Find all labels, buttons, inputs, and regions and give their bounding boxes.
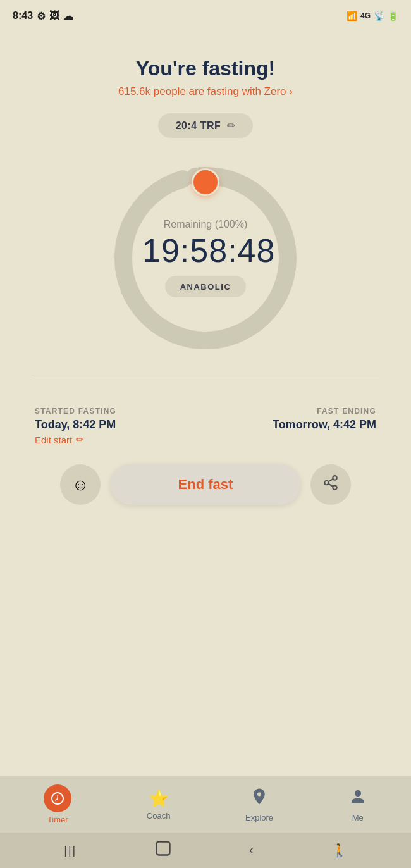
timer-dot: [192, 168, 219, 196]
ending-block: FAST ENDING Tomorrow, 4:42 PM: [273, 407, 376, 445]
status-time-area: 8:43 ⚙ 🖼 ☁: [13, 10, 73, 22]
battery-icon: 🔋: [388, 11, 398, 21]
edit-start-button[interactable]: Edit start ✏: [35, 434, 84, 445]
fasting-info: STARTED FASTING Today, 8:42 PM Edit star…: [22, 407, 389, 445]
plan-label: 20:4 TRF: [176, 120, 221, 132]
share-button[interactable]: [310, 464, 351, 505]
mood-icon: ☺: [72, 475, 89, 495]
state-badge: ANABOLIC: [165, 276, 247, 297]
community-text: 615.6k people are fasting with Zero: [118, 85, 286, 97]
ending-value: Tomorrow, 4:42 PM: [273, 418, 376, 431]
status-time: 8:43: [13, 10, 33, 22]
accessibility-button[interactable]: 🚶: [331, 843, 347, 858]
svg-rect-6: [156, 842, 169, 855]
nav-item-me[interactable]: Me: [336, 782, 380, 828]
ending-label: FAST ENDING: [317, 407, 376, 416]
image-icon: 🖼: [49, 10, 59, 22]
recents-button[interactable]: |||: [64, 844, 77, 857]
status-bar: 8:43 ⚙ 🖼 ☁ 📶 4G 📡 🔋: [0, 0, 411, 32]
cloud-icon: ☁: [63, 10, 73, 22]
home-button[interactable]: [154, 840, 172, 861]
community-subtitle[interactable]: 615.6k people are fasting with Zero ›: [118, 85, 293, 98]
nav-item-coach[interactable]: ⭐ Coach: [134, 784, 183, 826]
status-icons: 📶 4G 📡 🔋: [347, 11, 398, 21]
state-label: ANABOLIC: [180, 282, 231, 292]
nav-item-timer[interactable]: Timer: [31, 779, 84, 829]
bottom-nav: Timer ⭐ Coach Explore Me: [0, 776, 411, 833]
section-divider: [32, 375, 379, 375]
back-button[interactable]: ‹: [249, 842, 254, 859]
timer-circle: Remaining (100%) 19:58:48 ANABOLIC: [104, 157, 307, 359]
timer-nav-icon: [44, 784, 71, 812]
timer-icon-svg: [50, 791, 65, 806]
plan-edit-icon: ✏: [227, 120, 235, 132]
remaining-label: Remaining (100%): [142, 219, 269, 230]
network-icon: 4G: [360, 11, 371, 20]
actions-row: ☺ End fast: [13, 464, 398, 505]
nav-item-explore[interactable]: Explore: [233, 782, 286, 828]
page-title: You're fasting!: [136, 57, 275, 80]
subtitle-arrow: ›: [289, 85, 293, 97]
coach-nav-icon: ⭐: [149, 789, 169, 809]
started-label: STARTED FASTING: [35, 407, 116, 416]
end-fast-button[interactable]: End fast: [111, 464, 300, 505]
wifi-icon: 📶: [347, 11, 357, 21]
svg-line-5: [328, 479, 333, 481]
coach-nav-label: Coach: [147, 811, 171, 821]
edit-start-icon: ✏: [76, 434, 84, 445]
timer-inner: Remaining (100%) 19:58:48 ANABOLIC: [142, 219, 269, 297]
settings-icon: ⚙: [37, 10, 46, 22]
android-nav-bar: ||| ‹ 🚶: [0, 833, 411, 868]
svg-line-4: [328, 483, 333, 486]
timer-display: 19:58:48: [142, 234, 269, 267]
main-content: You're fasting! 615.6k people are fastin…: [0, 32, 411, 776]
plan-badge[interactable]: 20:4 TRF ✏: [158, 113, 254, 138]
edit-start-text: Edit start: [35, 435, 72, 445]
mood-button[interactable]: ☺: [60, 464, 101, 505]
explore-nav-icon: [250, 787, 269, 810]
share-icon: [322, 474, 339, 495]
me-nav-icon: [348, 787, 367, 810]
timer-nav-label: Timer: [47, 815, 68, 824]
explore-nav-label: Explore: [245, 813, 273, 822]
me-nav-label: Me: [352, 813, 364, 822]
started-block: STARTED FASTING Today, 8:42 PM Edit star…: [35, 407, 116, 445]
signal-icon: 📡: [374, 11, 384, 21]
started-value: Today, 8:42 PM: [35, 418, 116, 431]
